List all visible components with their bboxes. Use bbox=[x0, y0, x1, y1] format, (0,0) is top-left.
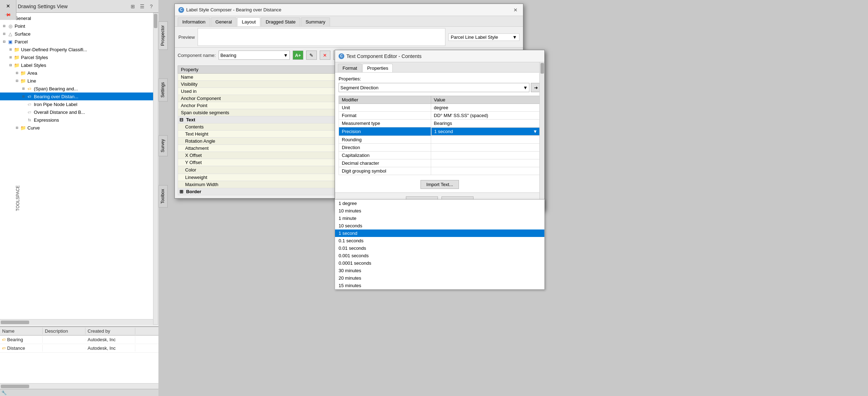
grid-icon[interactable]: ⊞ bbox=[129, 2, 137, 10]
tree-label-iron-pipe: Iron Pipe Node Label bbox=[34, 102, 77, 107]
edit-component-btn[interactable]: ✎ bbox=[306, 51, 317, 60]
collapse-border-icon[interactable]: ⊞ bbox=[179, 189, 183, 194]
bottom-hscrollbar[interactable] bbox=[0, 383, 167, 389]
tree-item-iron-pipe[interactable]: 🏷 Iron Pipe Node Label bbox=[0, 100, 153, 108]
component-value: Bearing bbox=[220, 53, 236, 58]
tab-toolbox[interactable]: Toolbox bbox=[158, 185, 168, 207]
mod-row-digit[interactable]: Digit grouping symbol bbox=[339, 167, 541, 175]
tree-hscrollbar[interactable] bbox=[0, 319, 153, 325]
mod-row-unit[interactable]: Unit degree bbox=[339, 104, 541, 112]
bottom-toolbar: 🔧 bbox=[0, 389, 167, 396]
tab-prospector[interactable]: Prospector bbox=[158, 21, 168, 50]
mod-row-rounding[interactable]: Rounding bbox=[339, 136, 541, 144]
dropdown-item[interactable]: 10 seconds bbox=[335, 222, 544, 229]
tce-tab-properties[interactable]: Properties bbox=[362, 64, 393, 72]
dropdown-item[interactable]: 0.0001 seconds bbox=[335, 259, 544, 267]
dropdown-item[interactable]: 0.01 seconds bbox=[335, 244, 544, 252]
tree-item-overall-distance[interactable]: 🏷 Overall Distance and B... bbox=[0, 108, 153, 116]
tree-item-curve[interactable]: ⊞ 📁 Curve bbox=[0, 124, 153, 132]
tab-information[interactable]: Information bbox=[178, 17, 210, 26]
tree-label-area: Area bbox=[27, 70, 37, 76]
label-icon-bearing: 🏷 bbox=[26, 93, 33, 100]
mod-row-precision[interactable]: Precision 1 second ▼ bbox=[339, 127, 541, 136]
mod-row-format[interactable]: Format DD° MM' SS.SS" (spaced) bbox=[339, 112, 541, 120]
mod-direction: Direction bbox=[339, 144, 431, 152]
delete-component-btn[interactable]: ✕ bbox=[320, 51, 330, 60]
tree-label-line: Line bbox=[27, 78, 36, 84]
cell-name-bearing: 🏷 Bearing bbox=[0, 336, 43, 343]
tree-item-general[interactable]: ⊞ ⚙ General bbox=[0, 14, 153, 22]
prop-text-height: Text Height bbox=[178, 131, 362, 138]
dropdown-item[interactable]: 20 minutes bbox=[335, 274, 544, 282]
folder-icon-label-styles: 📁 bbox=[14, 62, 20, 68]
preview-style-chevron: ▼ bbox=[512, 35, 517, 40]
tce-segment-value: Segment Direction bbox=[340, 85, 378, 90]
prop-anchor-point: Anchor Point bbox=[178, 102, 362, 109]
dropdown-item[interactable]: 0.1 seconds bbox=[335, 237, 544, 244]
add-component-btn[interactable]: A+ bbox=[293, 51, 303, 60]
dropdown-item[interactable]: 0.001 seconds bbox=[335, 252, 544, 259]
tab-layout[interactable]: Layout bbox=[237, 17, 260, 26]
prop-visibility: Visibility bbox=[178, 81, 362, 88]
dropdown-item-selected[interactable]: 1 second bbox=[335, 229, 544, 237]
tree-item-label-styles[interactable]: ⊟ 📁 Label Styles bbox=[0, 61, 153, 69]
tree-item-area[interactable]: ⊞ 📁 Area bbox=[0, 69, 153, 77]
precision-value: 1 second bbox=[434, 129, 453, 134]
tce-scrollbar[interactable] bbox=[539, 62, 544, 210]
dropdown-item[interactable]: 1 minute bbox=[335, 215, 544, 222]
tree-item-user-defined[interactable]: ⊞ 📁 User-Defined Property Classifi... bbox=[0, 46, 153, 53]
dropdown-item[interactable]: 30 minutes bbox=[335, 267, 544, 274]
tree-item-bearing-over[interactable]: ⊞ 🏷 Bearing over Distan... bbox=[0, 93, 153, 100]
collapse-text-icon[interactable]: ⊟ bbox=[179, 117, 183, 122]
folder-icon-curve: 📁 bbox=[20, 125, 26, 131]
bottom-hscroll-thumb bbox=[1, 385, 29, 388]
tree-scrollbar[interactable] bbox=[153, 13, 158, 325]
tree-item-line[interactable]: ⊟ 📁 Line bbox=[0, 77, 153, 85]
tab-summary[interactable]: Summary bbox=[301, 17, 330, 26]
mod-row-direction[interactable]: Direction bbox=[339, 144, 541, 152]
tree-label-expressions: Expressions bbox=[34, 117, 59, 123]
component-select[interactable]: Bearing ▼ bbox=[219, 51, 290, 60]
table-row[interactable]: 🏷 Distance Autodesk, Inc bbox=[0, 344, 167, 353]
val-precision: 1 second ▼ bbox=[431, 127, 541, 136]
tce-segment-select[interactable]: Segment Direction ▼ bbox=[339, 83, 529, 92]
modifier-col-header: Modifier bbox=[339, 96, 431, 104]
table-row[interactable]: 🏷 Bearing Autodesk, Inc bbox=[0, 336, 167, 344]
prop-name: Name bbox=[178, 74, 362, 81]
wrench-icon[interactable]: 🔧 bbox=[1, 390, 7, 395]
expander-line: ⊟ bbox=[14, 78, 20, 84]
mod-row-decimal[interactable]: Decimal character bbox=[339, 159, 541, 167]
dropdown-item[interactable]: 1 degree bbox=[335, 200, 544, 207]
mod-row-measurement[interactable]: Measurement type Bearings bbox=[339, 120, 541, 127]
tree-item-span-bearing[interactable]: ⊞ 🏷 (Span) Bearing and... bbox=[0, 85, 153, 93]
tree-item-expressions[interactable]: fx Expressions bbox=[0, 116, 153, 124]
expander-parcel: ⊟ bbox=[1, 39, 7, 44]
dropdown-item[interactable]: 15 minutes bbox=[335, 282, 544, 289]
help-icon[interactable]: ? bbox=[147, 2, 155, 10]
lsc-close-button[interactable]: ✕ bbox=[512, 6, 519, 14]
import-text-button[interactable]: Import Text... bbox=[420, 180, 459, 189]
precision-dropdown-arrow: ▼ bbox=[533, 129, 538, 134]
tce-tab-format[interactable]: Format bbox=[338, 64, 362, 72]
prop-anchor-component: Anchor Component bbox=[178, 95, 362, 102]
tab-dragged-state[interactable]: Dragged State bbox=[261, 17, 300, 26]
point-icon: ◎ bbox=[7, 23, 14, 29]
tab-survey[interactable]: Survey bbox=[158, 135, 168, 156]
list-icon[interactable]: ☰ bbox=[138, 2, 146, 10]
folder-icon-parcel-styles: 📁 bbox=[14, 54, 20, 60]
close-x-icon[interactable]: ✕ bbox=[6, 3, 10, 9]
mod-row-capitalization[interactable]: Capitalization bbox=[339, 152, 541, 159]
value-col-header-tce: Value bbox=[431, 96, 540, 104]
tree-item-point[interactable]: ⊞ ◎ Point bbox=[0, 22, 153, 30]
tree-item-surface[interactable]: ⊞ △ Surface bbox=[0, 30, 153, 38]
tab-general[interactable]: General bbox=[211, 17, 236, 26]
tree-item-parcel[interactable]: ⊟ ▣ Parcel bbox=[0, 38, 153, 46]
preview-style-select[interactable]: Parcel Line Label Style ▼ bbox=[448, 33, 519, 41]
tce-segment-chevron: ▼ bbox=[523, 85, 528, 90]
tab-settings[interactable]: Settings bbox=[158, 78, 168, 101]
pin-icon[interactable]: 📌 bbox=[4, 11, 12, 18]
prop-col-header: Property bbox=[178, 66, 362, 74]
dropdown-item[interactable]: 10 minutes bbox=[335, 207, 544, 215]
tree-item-parcel-styles[interactable]: ⊞ 📁 Parcel Styles bbox=[0, 53, 153, 61]
tce-select-row: Segment Direction ▼ ➜ bbox=[339, 83, 541, 92]
